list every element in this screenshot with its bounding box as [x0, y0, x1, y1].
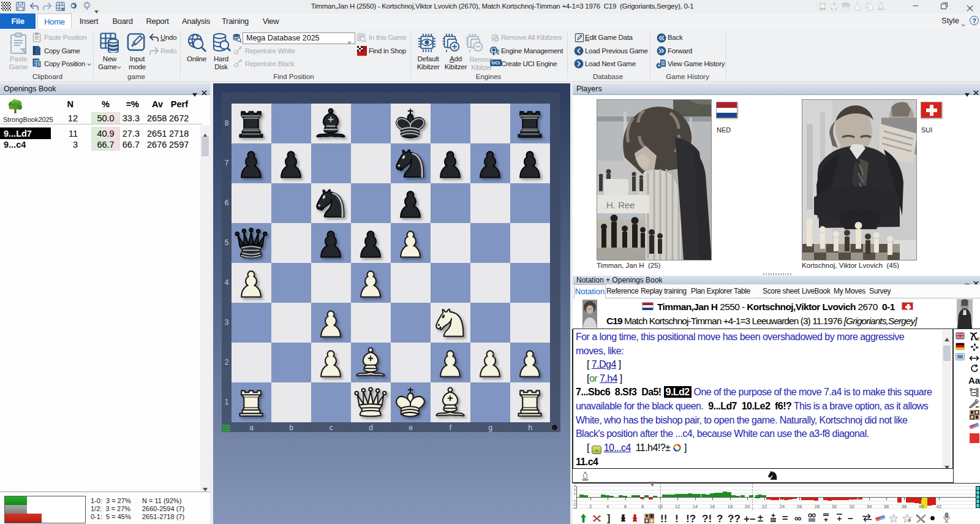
svg-text:': ' [625, 514, 626, 517]
svg-text:,: , [636, 519, 637, 523]
